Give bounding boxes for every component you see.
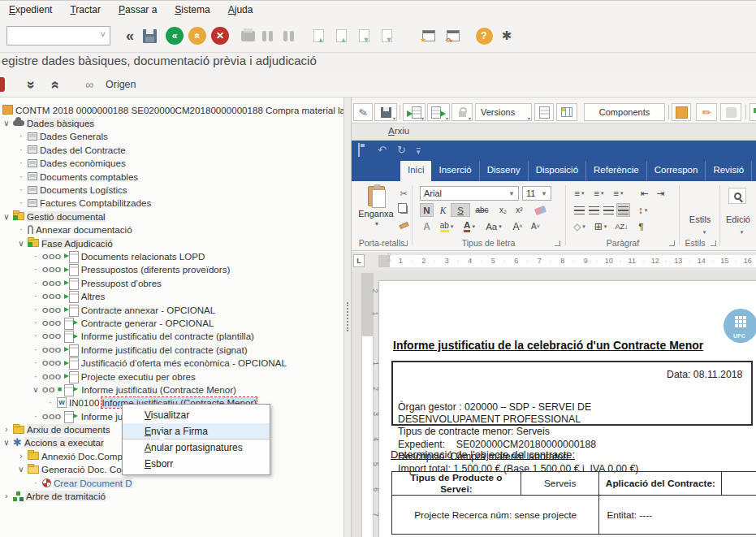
ribbon-tab[interactable]: Revisió bbox=[706, 161, 752, 181]
tree-expander-icon[interactable]: › bbox=[2, 492, 11, 500]
editing-chevron-icon[interactable]: ▾ bbox=[735, 225, 749, 239]
underline-button[interactable]: S bbox=[451, 203, 470, 217]
tree-item-label[interactable]: Fase Adjudicació bbox=[41, 238, 113, 249]
tree-expander-icon[interactable]: · bbox=[32, 412, 40, 421]
tree-item-label[interactable]: Documents comptables bbox=[40, 171, 138, 182]
exit-icon[interactable]: « bbox=[188, 26, 207, 45]
styles-label[interactable]: Estils bbox=[681, 212, 719, 226]
styles-chevron-icon[interactable]: ▾ bbox=[698, 225, 711, 239]
tree-expander-icon[interactable]: › bbox=[2, 425, 11, 434]
tree-item[interactable]: ∨ Dades bàsiques bbox=[0, 116, 343, 129]
panel-splitter[interactable] bbox=[343, 97, 352, 537]
multilevel-list-button[interactable]: ≡▾ bbox=[611, 186, 625, 200]
format-painter-icon[interactable] bbox=[397, 219, 410, 232]
styles-dialog-launcher-icon[interactable] bbox=[711, 240, 716, 246]
tree-item-label[interactable]: Projecte executiu per obres bbox=[81, 371, 196, 382]
collapse-toolbar-icon[interactable]: « bbox=[120, 26, 140, 45]
change-case-button[interactable]: Aa▾ bbox=[483, 219, 504, 233]
components-button[interactable]: Components bbox=[584, 103, 665, 121]
bullet-list-button[interactable]: ≡▾ bbox=[572, 186, 586, 200]
tree-item-label[interactable]: Accions a executar bbox=[24, 437, 104, 448]
cut-icon[interactable]: ✂ bbox=[397, 188, 410, 200]
tree-item-label[interactable]: Factures Comptabilitzades bbox=[40, 197, 151, 208]
tree-item-label[interactable]: Documents relacionats LOPD bbox=[81, 251, 205, 262]
highlight-color-button[interactable]: ab▾ bbox=[438, 219, 456, 233]
save-icon[interactable] bbox=[140, 26, 159, 45]
tree-item[interactable]: · OOO Pressupostos (diferents proveïdors… bbox=[0, 263, 343, 276]
generate-shortcut-icon[interactable] bbox=[443, 26, 463, 45]
font-name-select[interactable]: Arial▼ bbox=[420, 186, 519, 201]
tree-item[interactable]: · Documents comptables bbox=[0, 170, 343, 183]
bold-button[interactable]: N bbox=[420, 203, 434, 217]
shrink-font-button[interactable]: A˅ bbox=[529, 219, 542, 233]
tree-item-label[interactable]: Pressupost d’obres bbox=[81, 278, 162, 288]
arxiu-tab[interactable]: Arxiu bbox=[388, 126, 409, 136]
tree-item-label[interactable]: Contracte generar - OPCIONAL bbox=[81, 318, 214, 328]
ribbon-tab[interactable]: Visualitzac bbox=[752, 161, 756, 181]
context-menu-item[interactable]: Anular portasignatures bbox=[123, 440, 270, 456]
command-combo-input[interactable] bbox=[6, 26, 110, 45]
context-menu-item[interactable]: Enviar a Firma bbox=[123, 423, 270, 440]
tree-expander-icon[interactable]: ∨ bbox=[2, 212, 11, 221]
menu-item[interactable]: Tractar bbox=[61, 4, 110, 15]
tree-item-label[interactable]: Altres bbox=[81, 291, 106, 301]
tree-item[interactable]: · Documents Logístics bbox=[0, 183, 343, 196]
tree-item[interactable]: ∨ Fase Adjudicació bbox=[0, 236, 343, 249]
clear-formatting-icon[interactable] bbox=[534, 203, 547, 217]
origen-link-icon[interactable]: ∞ bbox=[85, 75, 92, 94]
tree-expander-icon[interactable]: · bbox=[46, 398, 54, 407]
decrease-indent-button[interactable]: ⇤ bbox=[637, 186, 651, 200]
origen-label[interactable]: Origen bbox=[106, 75, 136, 94]
tree-expander-icon[interactable]: · bbox=[32, 345, 40, 354]
horizontal-ruler[interactable]: ▽△ 12345678910111213141516 bbox=[352, 252, 756, 271]
numbered-list-button[interactable]: ≡▾ bbox=[592, 186, 606, 200]
tree-item[interactable]: · Dades del Contracte bbox=[0, 143, 343, 156]
align-left-button[interactable] bbox=[572, 203, 586, 217]
document-info-icon[interactable] bbox=[534, 103, 554, 121]
document-page[interactable]: UPC Informe justificatiu de la celebraci… bbox=[378, 280, 756, 537]
versions-dropdown[interactable]: Versions bbox=[475, 103, 532, 121]
redo-icon[interactable]: ↻ bbox=[397, 144, 406, 156]
tree-expander-icon[interactable]: · bbox=[32, 279, 40, 288]
tree-item[interactable]: ∨ OO ■ Informe justificatiu (Contracte M… bbox=[0, 383, 343, 396]
component-table-icon[interactable] bbox=[556, 103, 577, 121]
tree-expander-icon[interactable]: · bbox=[32, 252, 40, 261]
tree-expander-icon[interactable]: · bbox=[17, 185, 25, 194]
tree-expander-icon[interactable]: ∨ bbox=[32, 385, 40, 394]
vertical-ruler[interactable]: 21 1234567 bbox=[361, 273, 374, 537]
tree-item-label[interactable]: Dades del Contracte bbox=[40, 145, 126, 155]
tree-item[interactable]: · Dades econòmiques bbox=[0, 157, 343, 170]
line-spacing-button[interactable]: ↕▾ bbox=[636, 203, 650, 217]
copy-icon[interactable] bbox=[397, 203, 410, 215]
borders-button[interactable]: ⊞▾ bbox=[594, 219, 607, 233]
menu-item[interactable]: Passar a bbox=[110, 4, 166, 15]
tree-item-label[interactable]: Informe justificatiu (Contracte Menor) bbox=[81, 384, 236, 395]
tree-expander-icon[interactable]: · bbox=[32, 292, 40, 301]
tree-item-label[interactable]: Dades econòmiques bbox=[40, 158, 126, 168]
find-magnifier-icon[interactable] bbox=[728, 188, 746, 204]
tab-stop-selector-icon[interactable] bbox=[353, 254, 365, 267]
ribbon-tab[interactable]: Disposició bbox=[529, 161, 586, 181]
tree-expander-icon[interactable]: · bbox=[17, 225, 25, 234]
save-document-icon[interactable] bbox=[374, 103, 397, 121]
tree-item-label[interactable]: Annexar documentació bbox=[36, 224, 132, 235]
align-center-button[interactable] bbox=[587, 203, 601, 217]
italic-button[interactable]: K bbox=[436, 203, 450, 217]
tree-item[interactable]: ∨ Gestió documental bbox=[0, 210, 343, 223]
ribbon-tab[interactable]: Correspon bbox=[647, 161, 706, 181]
editing-label[interactable]: Edició bbox=[722, 212, 754, 226]
pilcrow-button[interactable]: ¶ bbox=[634, 219, 648, 233]
menu-item[interactable]: Expedient bbox=[0, 4, 61, 15]
menu-item[interactable]: Ajuda bbox=[219, 4, 262, 15]
undo-icon[interactable]: ↶ bbox=[378, 144, 387, 156]
tree-item-label[interactable]: Dades bàsiques bbox=[27, 118, 94, 128]
check-in-icon[interactable] bbox=[403, 103, 426, 121]
tree-item[interactable]: · OOO Informe justificatiu del contracte… bbox=[0, 330, 343, 343]
tree-expander-icon[interactable]: · bbox=[17, 145, 25, 154]
sort-button[interactable]: AZ↓ bbox=[615, 219, 629, 233]
font-dialog-launcher-icon[interactable] bbox=[555, 240, 560, 246]
tree-expander-icon[interactable]: · bbox=[17, 158, 25, 167]
align-right-button[interactable] bbox=[602, 203, 616, 217]
ribbon-tab[interactable]: Referèncie bbox=[586, 161, 647, 181]
subscript-button[interactable]: x₂ bbox=[496, 203, 510, 217]
